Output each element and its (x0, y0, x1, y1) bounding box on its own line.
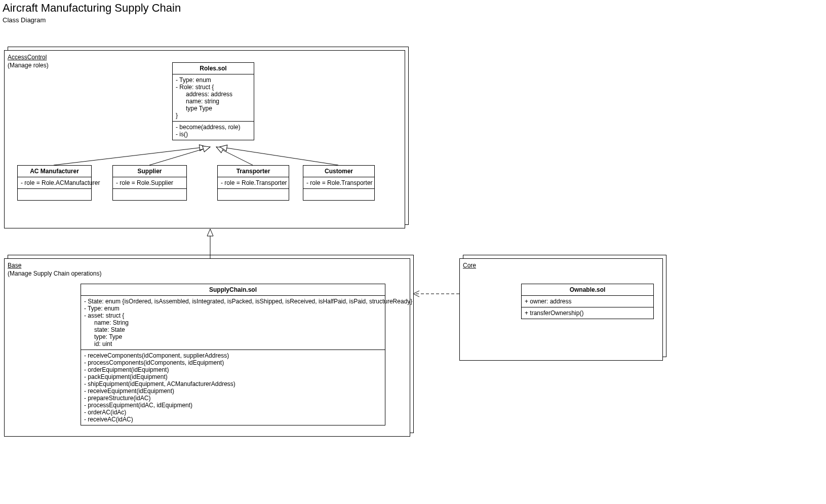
diagram-canvas: Aircraft Manufacturing Supply Chain Clas… (0, 0, 826, 504)
class-ownable-attrs: + owner: address (522, 296, 653, 307)
class-supplychain-attrs: - State: enum {isOrdered, isAssembled, i… (81, 296, 385, 350)
class-roles-name: Roles.sol (173, 63, 254, 74)
package-base-desc: (Manage Supply Chain operations) (8, 270, 101, 277)
class-transporter: Transporter - role = Role.Transporter (217, 165, 289, 201)
class-transporter-attrs: - role = Role.Transporter (218, 177, 289, 189)
class-roles-attrs: - Type: enum - Role: struct { address: a… (173, 74, 254, 122)
diagram-subtitle: Class Diagram (3, 16, 46, 24)
class-supplychain: SupplyChain.sol - State: enum {isOrdered… (81, 284, 385, 425)
diagram-title: Aircraft Manufacturing Supply Chain (3, 2, 181, 15)
package-core-title: Core (463, 262, 476, 269)
package-base-title: Base (8, 262, 21, 269)
class-supplier-attrs: - role = Role.Supplier (113, 177, 186, 189)
class-customer-name: Customer (303, 166, 374, 177)
class-customer-ops (303, 189, 374, 200)
class-acmanufacturer-ops (18, 189, 91, 200)
package-accesscontrol-desc: (Manage roles) (8, 62, 49, 69)
class-supplychain-ops: - receiveComponents(idComponent, supplie… (81, 350, 385, 425)
class-acmanufacturer: AC Manufacturer - role = Role.ACManufact… (17, 165, 92, 201)
class-roles: Roles.sol - Type: enum - Role: struct { … (172, 62, 254, 140)
package-accesscontrol-title: AccessControl (8, 54, 47, 61)
class-supplier-ops (113, 189, 186, 200)
class-transporter-name: Transporter (218, 166, 289, 177)
class-supplychain-name: SupplyChain.sol (81, 284, 385, 296)
class-customer: Customer - role = Role.Transporter (303, 165, 375, 201)
class-ownable-ops: + transferOwnership() (522, 307, 653, 319)
class-acmanufacturer-name: AC Manufacturer (18, 166, 91, 177)
class-supplier-name: Supplier (113, 166, 186, 177)
class-roles-ops: - become(address, role) - is() (173, 122, 254, 140)
class-ownable: Ownable.sol + owner: address + transferO… (521, 284, 654, 319)
class-acmanufacturer-attrs: - role = Role.ACManufacturer (18, 177, 91, 189)
class-customer-attrs: - role = Role.Transporter (303, 177, 374, 189)
class-transporter-ops (218, 189, 289, 200)
class-supplier: Supplier - role = Role.Supplier (112, 165, 187, 201)
class-ownable-name: Ownable.sol (522, 284, 653, 296)
